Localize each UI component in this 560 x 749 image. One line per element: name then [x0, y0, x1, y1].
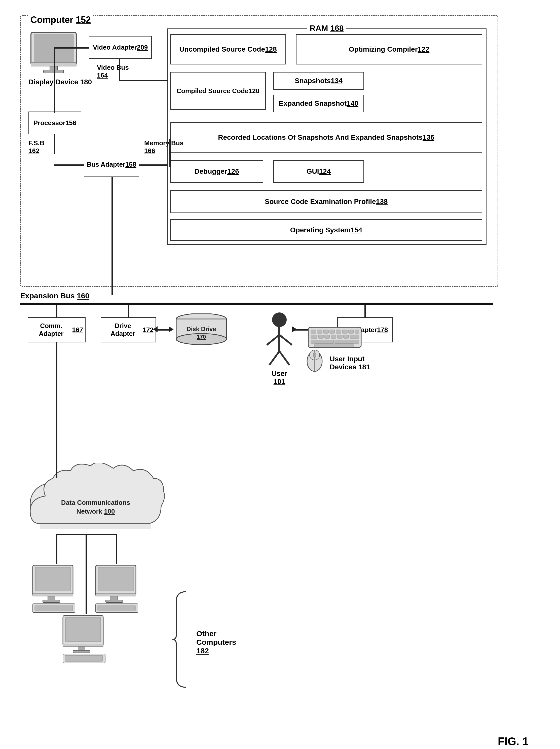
- svg-text:170: 170: [197, 334, 206, 340]
- brace-svg: [171, 589, 191, 690]
- svg-rect-42: [313, 353, 316, 358]
- bus-adapter-box: Bus Adapter158: [84, 152, 139, 177]
- computer-box: Computer 152 RAM 168 Uncompiled Source C…: [20, 15, 498, 287]
- svg-rect-23: [323, 330, 328, 333]
- network-cloud-svg: Data Communications Network 100: [20, 463, 171, 534]
- svg-line-17: [269, 351, 279, 365]
- svg-rect-37: [335, 340, 359, 343]
- line-cloud-comp3: [86, 534, 87, 614]
- line-drive-expansion: [128, 305, 129, 318]
- svg-rect-59: [43, 600, 60, 602]
- svg-rect-28: [355, 330, 359, 333]
- monitor-svg: [28, 31, 79, 75]
- svg-rect-26: [342, 330, 347, 333]
- arrow-right: [169, 326, 174, 333]
- video-adapter-box: Video Adapter209: [89, 36, 152, 59]
- recorded-locations-box: Recorded Locations Of Snapshots And Expa…: [170, 122, 482, 153]
- svg-rect-73: [73, 650, 90, 653]
- svg-rect-22: [317, 330, 322, 333]
- keyboard-svg: [307, 325, 362, 350]
- os-box: Operating System 154: [170, 219, 482, 241]
- user-figure-svg: [264, 312, 295, 368]
- line-busadapter-expansion: [111, 177, 113, 295]
- video-bus-label: Video Bus164: [97, 64, 129, 79]
- expansion-bus-line: [20, 303, 493, 305]
- svg-rect-24: [330, 330, 335, 333]
- compiled-source-code-box: Compiled Source Code 120: [170, 72, 266, 110]
- svg-rect-38: [315, 344, 354, 347]
- svg-rect-35: [350, 335, 359, 338]
- line-membus-h1: [169, 139, 171, 141]
- svg-rect-25: [336, 330, 341, 333]
- line-cloud-comp2: [116, 534, 117, 564]
- line-membus-busadapter: [139, 165, 168, 166]
- line-videobus-ram: [119, 80, 168, 81]
- svg-rect-29: [311, 335, 317, 338]
- user-input-devices-label: User InputDevices 181: [330, 355, 370, 371]
- arrow-user-io: [292, 326, 297, 333]
- svg-rect-31: [325, 335, 330, 338]
- svg-rect-71: [65, 618, 101, 642]
- debugger-box: Debugger 126: [170, 160, 263, 183]
- user-area: User101: [264, 312, 295, 386]
- svg-rect-36: [311, 340, 333, 343]
- line-to-cloud: [56, 458, 57, 478]
- svg-rect-74: [63, 644, 103, 646]
- svg-text:Network 100: Network 100: [76, 508, 115, 515]
- memory-bus-label: Memory Bus166: [144, 139, 184, 155]
- display-device-label: Display Device 180: [28, 78, 92, 86]
- fig-label: FIG. 1: [498, 735, 529, 748]
- line-membus-vertical: [169, 139, 171, 167]
- svg-rect-5: [31, 62, 76, 66]
- svg-rect-21: [311, 330, 316, 333]
- computer-label: Computer 152: [28, 15, 93, 25]
- svg-rect-76: [65, 655, 103, 661]
- line-proc-up: [54, 47, 56, 113]
- other-computers-label: OtherComputers182: [196, 629, 236, 655]
- svg-rect-33: [337, 335, 342, 338]
- display-device-area: Display Device 180: [28, 31, 92, 86]
- svg-marker-19: [292, 326, 297, 332]
- svg-rect-64: [98, 567, 133, 591]
- arrow-left: [153, 326, 158, 333]
- svg-rect-27: [349, 330, 353, 333]
- svg-rect-66: [106, 600, 123, 602]
- svg-rect-4: [44, 70, 64, 73]
- fsb-label: F.S.B162: [28, 139, 45, 155]
- expansion-bus-label: Expansion Bus 160: [20, 292, 89, 300]
- ram-box: RAM 168 Uncompiled Source Code 128 Optim…: [167, 28, 487, 245]
- line-processor-fsb: [54, 134, 56, 154]
- svg-rect-69: [98, 605, 135, 611]
- svg-text:Data Communications: Data Communications: [61, 499, 130, 506]
- svg-point-13: [272, 313, 286, 327]
- user-label: User101: [264, 370, 295, 386]
- svg-rect-62: [35, 605, 72, 611]
- svg-rect-34: [344, 335, 349, 338]
- scep-box: Source Code Examination Profile 138: [170, 190, 482, 213]
- line-proc-display: [54, 47, 89, 49]
- svg-rect-30: [318, 335, 323, 338]
- expanded-snapshot-box: Expanded Snapshot 140: [273, 95, 364, 112]
- svg-line-16: [279, 335, 292, 345]
- computer1-svg: [30, 564, 81, 614]
- svg-line-15: [267, 335, 279, 345]
- line-videoadapter-videobus: [119, 59, 120, 81]
- line-comm-network: [56, 342, 57, 458]
- disk-drive-svg: Disk Drive 170: [169, 314, 234, 346]
- svg-rect-67: [95, 594, 136, 596]
- processor-box: Processor156: [28, 111, 81, 134]
- comm-adapter-box: Comm. Adapter167: [28, 317, 86, 342]
- gui-box: GUI 124: [273, 160, 364, 183]
- computer3-svg: [60, 614, 111, 665]
- line-cloud-horizontal: [56, 534, 116, 535]
- diagram-container: Computer 152 RAM 168 Uncompiled Source C…: [15, 10, 544, 740]
- uncompiled-source-code-box: Uncompiled Source Code 128: [170, 34, 286, 64]
- optimizing-compiler-box: Optimizing Compiler 122: [296, 34, 482, 64]
- line-cloud-comp1: [56, 534, 57, 564]
- line-comm-expansion: [56, 305, 57, 318]
- line-fsb-busadapter: [54, 165, 84, 166]
- mouse-svg: [304, 347, 325, 372]
- svg-text:Disk Drive: Disk Drive: [187, 325, 216, 332]
- svg-line-18: [279, 351, 289, 365]
- line-io-expansion: [364, 305, 366, 318]
